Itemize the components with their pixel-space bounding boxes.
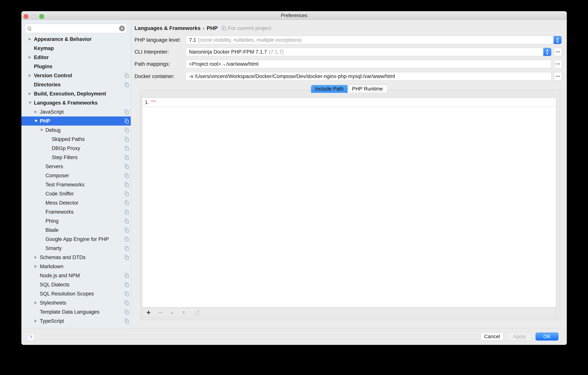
path-mappings-field[interactable]: <Project root>→/var/www/html (186, 60, 551, 68)
chevron-right-icon[interactable] (29, 38, 34, 41)
sidebar-item-label: Skipped Paths (52, 136, 85, 142)
breadcrumb-segment: Languages & Frameworks (135, 25, 201, 31)
cli-interpreter-browse-button[interactable]: ••• (554, 48, 562, 56)
list-item[interactable]: 1. "" (142, 98, 556, 107)
sidebar-item-php[interactable]: PHP (21, 116, 131, 125)
list-item-value: "" (151, 99, 156, 105)
include-path-list[interactable]: 1. "" (142, 98, 556, 308)
sidebar-item-directories[interactable]: Directories (21, 80, 131, 89)
project-settings-copy-icon (125, 119, 129, 124)
project-settings-copy-icon (222, 26, 226, 31)
sidebar-item-markdown[interactable]: Markdown (21, 262, 131, 271)
chevron-right-icon[interactable] (34, 110, 40, 114)
ok-button[interactable]: OK (536, 333, 558, 341)
sidebar-item-typescript[interactable]: TypeScript (21, 316, 131, 326)
remove-button[interactable]: − (157, 309, 163, 316)
sidebar-item-template-data-languages[interactable]: Template Data Languages (21, 307, 131, 316)
sidebar-item-sql-resolution-scopes[interactable]: SQL Resolution Scopes (21, 289, 131, 298)
sidebar-item-google-app-engine-for-php[interactable]: Google App Engine for PHP (21, 235, 131, 244)
window-title: Preferences (21, 11, 567, 20)
sidebar-item-code-sniffer[interactable]: Code Sniffer (21, 189, 131, 198)
dialog-footer: ? Cancel Apply OK (21, 328, 567, 345)
sidebar-item-javascript[interactable]: JavaScript (21, 107, 131, 116)
php-language-level-label: PHP language level: (135, 36, 181, 44)
sidebar-item-step-filters[interactable]: Step Filters (21, 153, 131, 162)
stepper-icon[interactable]: ∧∨ (543, 48, 551, 56)
chevron-right-icon[interactable] (34, 301, 40, 304)
project-settings-copy-icon (125, 182, 129, 187)
search-icon (27, 27, 31, 30)
project-settings-copy-icon (125, 155, 129, 160)
sidebar-item-mess-detector[interactable]: Mess Detector (21, 198, 131, 207)
stepper-icon[interactable]: ∧∨ (554, 36, 561, 44)
sidebar-item-label: Markdown (40, 264, 63, 270)
sidebar-item-schemas-and-dtds[interactable]: Schemas and DTDs (21, 253, 131, 262)
cli-interpreter-note: (7.1.7) (269, 49, 284, 55)
sidebar-item-composer[interactable]: Composer (21, 171, 131, 180)
sidebar-item-servers[interactable]: Servers (21, 162, 131, 171)
chevron-down-icon[interactable] (29, 102, 34, 104)
php-language-level-select[interactable]: 7.1 (const visibility, nullables, multip… (186, 36, 562, 44)
sidebar-item-build-execution-deployment[interactable]: Build, Execution, Deployment (21, 89, 131, 98)
apply-button[interactable]: Apply (508, 333, 531, 341)
help-button[interactable]: ? (27, 334, 34, 341)
sidebar-item-version-control[interactable]: Version Control (21, 71, 131, 80)
sidebar-item-label: Smarty (45, 245, 62, 251)
search-input[interactable] (31, 25, 119, 32)
sidebar-item-blade[interactable]: Blade (21, 226, 131, 235)
docker-container-field[interactable]: -v /Users/vincent/Workspace/Docker/Compo… (186, 72, 551, 81)
sidebar-item-label: Blade (45, 227, 59, 233)
settings-content: Languages & Frameworks › PHP For current… (131, 20, 567, 328)
chevron-right-icon[interactable] (29, 56, 34, 59)
sidebar-item-test-frameworks[interactable]: Test Frameworks (21, 180, 131, 189)
cli-interpreter-select[interactable]: Nanoninja Docker PHP-FPM 7.1.7 (7.1.7) ∧… (186, 48, 551, 56)
sidebar-item-keymap[interactable]: Keymap (21, 44, 131, 53)
sidebar-item-label: Languages & Frameworks (34, 100, 98, 106)
clear-search-icon[interactable]: × (119, 26, 125, 31)
tab-include-path[interactable]: Include Path (311, 85, 348, 93)
sidebar-item-stylesheets[interactable]: Stylesheets (21, 298, 131, 307)
preferences-window: Preferences × Appearance & BehaviorKeyma… (21, 11, 567, 345)
project-settings-copy-icon (125, 164, 129, 169)
sidebar-item-editor[interactable]: Editor (21, 53, 131, 62)
chevron-down-icon[interactable] (40, 129, 45, 131)
chevron-right-icon[interactable] (29, 92, 34, 95)
project-settings-copy-icon (125, 219, 129, 223)
path-mappings-browse-button[interactable]: ••• (554, 60, 562, 68)
sort-arrow-icon: ↓ (194, 309, 197, 316)
list-item-index: 1. (145, 99, 149, 105)
sidebar-item-debug[interactable]: Debug (21, 125, 131, 135)
move-down-button[interactable]: ▼ (180, 309, 187, 316)
sidebar-item-appearance-behavior[interactable]: Appearance & Behavior (21, 35, 131, 44)
sidebar-item-frameworks[interactable]: Frameworks (21, 207, 131, 217)
chevron-right-icon[interactable] (29, 74, 34, 77)
include-path-panel: 1. "" + − ▲ ▼ ↓ a z (140, 90, 560, 320)
add-button[interactable]: + (145, 309, 152, 316)
project-settings-copy-icon (125, 282, 129, 287)
sidebar-item-languages-frameworks[interactable]: Languages & Frameworks (21, 98, 131, 107)
cancel-button[interactable]: Cancel (481, 333, 504, 341)
breadcrumb: Languages & Frameworks › PHP For current… (135, 25, 271, 32)
sidebar-item-label: Servers (45, 164, 63, 169)
for-current-project-label: For current project (228, 25, 271, 31)
project-settings-copy-icon (125, 237, 129, 242)
chevron-right-icon[interactable] (34, 256, 40, 259)
sidebar-item-node-js-and-npm[interactable]: Node.js and NPM (21, 271, 131, 280)
chevron-down-icon[interactable] (34, 120, 40, 122)
tab-php-runtime[interactable]: PHP Runtime (348, 85, 387, 93)
move-up-button[interactable]: ▲ (169, 309, 175, 316)
docker-container-browse-button[interactable]: ••• (554, 72, 562, 81)
chevron-right-icon[interactable] (34, 320, 40, 323)
sidebar-item-sql-dialects[interactable]: SQL Dialects (21, 280, 131, 289)
sidebar-item-plugins[interactable]: Plugins (21, 62, 131, 71)
sidebar-item-label: Keymap (34, 45, 54, 51)
sort-alphabetically-button[interactable]: ↓ a z (193, 309, 200, 316)
sidebar-item-dbgp-proxy[interactable]: DBGp Proxy (21, 144, 131, 153)
sidebar-item-label: Editor (34, 54, 49, 60)
sidebar-item-smarty[interactable]: Smarty (21, 244, 131, 253)
sidebar-item-label: SQL Resolution Scopes (40, 291, 94, 297)
sidebar-item-skipped-paths[interactable]: Skipped Paths (21, 135, 131, 144)
settings-search-field[interactable]: × (25, 24, 127, 33)
chevron-right-icon[interactable] (34, 265, 40, 268)
sidebar-item-phing[interactable]: Phing (21, 217, 131, 226)
